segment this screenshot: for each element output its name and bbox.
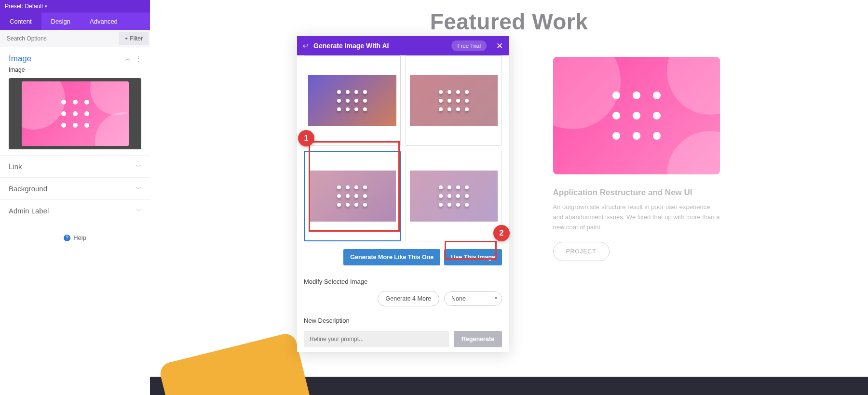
generate-more-like-button[interactable]: Generate More Like This One	[343, 249, 440, 265]
back-icon[interactable]: ↩	[303, 42, 309, 50]
modal-title: Generate Image With AI	[313, 42, 447, 50]
close-icon[interactable]: ✕	[496, 41, 503, 51]
kebab-icon[interactable]: ⋮	[136, 55, 141, 62]
result-grid	[304, 55, 502, 241]
help-icon: ?	[64, 235, 70, 241]
view-project-button[interactable]: PROJECT	[553, 242, 610, 261]
sidebar-tabs: Content Design Advanced	[0, 13, 150, 30]
image-preview-well[interactable]	[9, 78, 141, 149]
prompt-row: Regenerate	[304, 331, 502, 347]
generate-row: Generate 4 More None	[304, 291, 502, 306]
modal-body: Generate More Like This One Use This Ima…	[297, 55, 509, 352]
result-thumb-selected[interactable]	[304, 151, 401, 241]
result-thumb[interactable]	[406, 151, 502, 241]
result-thumb[interactable]	[406, 55, 502, 146]
image-sublabel: Image	[0, 66, 150, 78]
annotation-badge-2: 2	[493, 225, 510, 241]
modal-header: ↩ Generate Image With AI Free Trial ✕	[297, 36, 509, 55]
page-canvas: Featured Work We VIEW Application Restru…	[150, 0, 868, 395]
page-title: Featured Work	[150, 0, 868, 35]
generate-4-more-button[interactable]: Generate 4 More	[378, 291, 440, 306]
section-title: Image	[9, 54, 31, 64]
search-row: + Filter	[0, 30, 150, 47]
tab-advanced[interactable]: Advanced	[80, 13, 127, 30]
modify-select[interactable]: None	[444, 291, 502, 306]
chevron-up-icon[interactable]: ︿	[125, 55, 131, 63]
modify-select-wrap: None	[444, 291, 502, 306]
project-title: Application Restructure and New UI	[553, 188, 720, 198]
project-body: An outgrown site structure result in poo…	[553, 202, 720, 232]
project-thumb	[553, 57, 720, 174]
project-card: Application Restructure and New UI An ou…	[553, 57, 720, 261]
image-preview	[22, 81, 129, 146]
chevron-down-icon: ﹀	[136, 163, 141, 170]
accordion-admin-label[interactable]: Admin Label ﹀	[0, 199, 150, 222]
filter-button[interactable]: + Filter	[119, 32, 149, 45]
accordion-link[interactable]: Link ﹀	[0, 155, 150, 177]
search-input[interactable]	[0, 35, 119, 42]
modify-section-label: Modify Selected Image	[304, 278, 502, 285]
cards-row: We VIEW Application Restructure and New …	[150, 35, 868, 261]
result-thumb[interactable]	[304, 55, 401, 146]
filter-label: Filter	[130, 35, 143, 42]
chevron-down-icon: ﹀	[136, 185, 141, 192]
preset-label: Preset: Default	[5, 3, 43, 10]
action-row: Generate More Like This One Use This Ima…	[304, 241, 502, 267]
accordion-label: Link	[9, 162, 22, 171]
new-description-label: New Description	[304, 317, 502, 324]
regenerate-button[interactable]: Regenerate	[454, 331, 502, 347]
annotation-badge-1: 1	[298, 130, 314, 146]
help-label: Help	[73, 234, 86, 241]
preset-bar[interactable]: Preset: Default ▾	[0, 0, 150, 13]
section-header-image[interactable]: Image ︿ ⋮	[0, 47, 150, 66]
accordion-label: Admin Label	[9, 207, 49, 215]
tab-content[interactable]: Content	[0, 13, 41, 30]
use-this-image-button[interactable]: Use This Image	[444, 249, 502, 265]
chevron-down-icon: ▾	[45, 4, 47, 9]
ai-image-modal: ↩ Generate Image With AI Free Trial ✕ Ge…	[297, 36, 509, 352]
plus-icon: +	[124, 35, 128, 42]
accordion-background[interactable]: Background ﹀	[0, 177, 150, 199]
help-row[interactable]: ? Help	[0, 222, 150, 241]
tab-design[interactable]: Design	[41, 13, 80, 30]
prompt-input[interactable]	[304, 331, 449, 347]
free-trial-badge[interactable]: Free Trial	[451, 40, 487, 51]
accordion-label: Background	[9, 184, 47, 193]
chevron-down-icon: ﹀	[136, 207, 141, 214]
settings-sidebar: Preset: Default ▾ Content Design Advance…	[0, 0, 150, 395]
